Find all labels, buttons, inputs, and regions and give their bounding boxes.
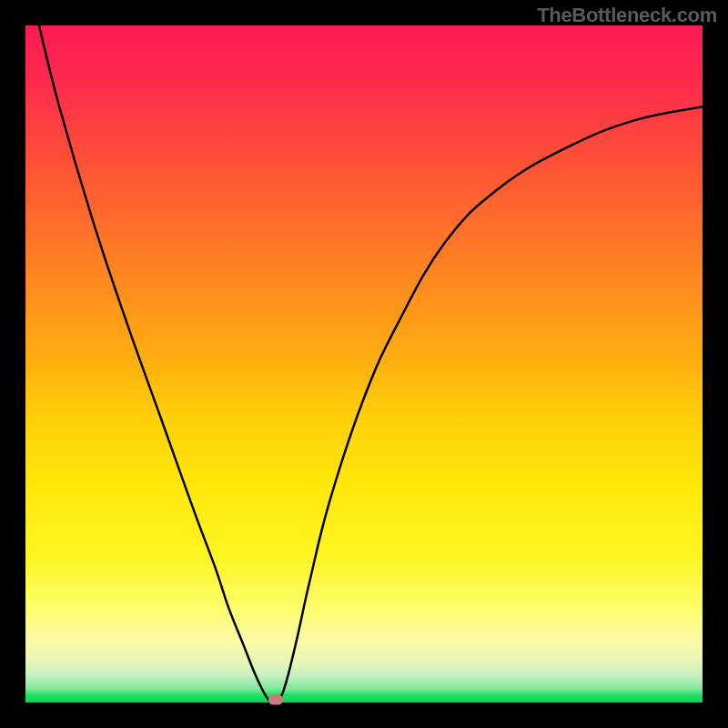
watermark-text: TheBottleneck.com [537,4,717,27]
curve-svg [25,25,703,703]
chart-plot-area [25,25,703,703]
optimal-point-marker [268,695,283,705]
bottleneck-curve-line [39,25,703,703]
